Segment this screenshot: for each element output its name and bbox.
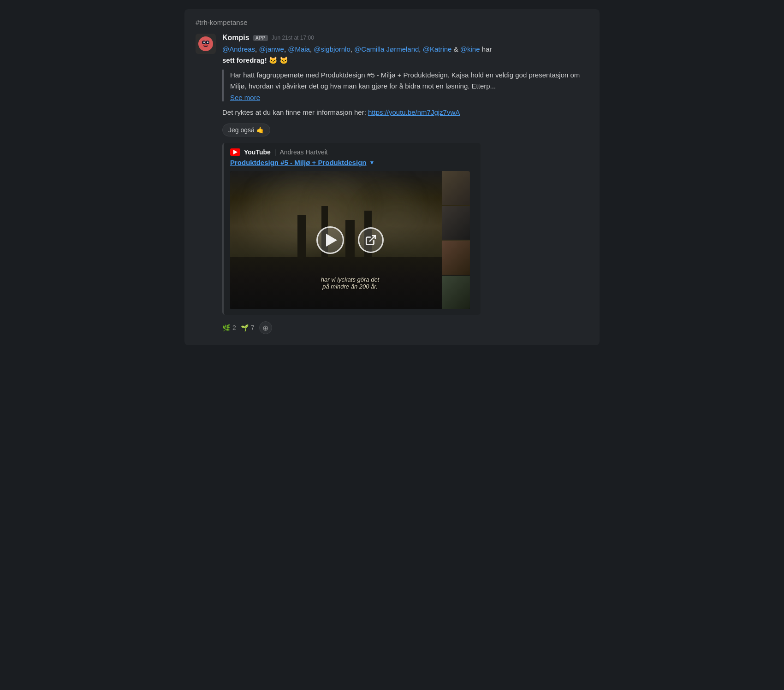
emoji-text: 🐱 🐱 [269, 56, 288, 64]
mention-sigbjornlo[interactable]: @sigbjornlo [314, 45, 350, 53]
add-reaction-button[interactable]: ⊕ [259, 321, 272, 334]
blockquote: Har hatt faggruppemøte med Produktdesign… [222, 70, 588, 101]
see-more-link[interactable]: See more [230, 94, 588, 101]
mention-katrine[interactable]: @Katrine [423, 45, 452, 53]
side-thumbnails [442, 171, 470, 309]
reaction-plant-emoji: 🌿 [222, 324, 230, 331]
sender-name: Kompis [222, 34, 249, 42]
youtube-icon [230, 148, 240, 156]
youtube-brand: YouTube [244, 148, 271, 156]
thumb-4 [442, 276, 470, 310]
youtube-title-link[interactable]: Produktdesign #5 - Miljø + Produktdesign [230, 159, 366, 166]
play-button[interactable] [316, 226, 344, 254]
add-reaction-icon: ⊕ [262, 324, 268, 332]
blockquote-text: Har hatt faggruppemøte med Produktdesign… [230, 70, 588, 92]
message-row: Kompis APP Jun 21st at 17:00 @Andreas, @… [196, 34, 588, 334]
reaction-seedling-count: 7 [251, 324, 255, 331]
app-badge: APP [253, 35, 268, 41]
info-text: Det ryktes at du kan finne mer informasj… [222, 107, 588, 118]
reaction-seedling-emoji: 🌱 [241, 324, 249, 331]
svg-point-4 [207, 41, 208, 43]
reactions-row: 🌿 2 🌱 7 ⊕ [222, 321, 588, 334]
reaction-plant-count: 2 [232, 324, 236, 331]
thumb-1 [442, 171, 470, 205]
reaction-seedling[interactable]: 🌱 7 [241, 323, 255, 332]
info-text-label: Det ryktes at du kan finne mer informasj… [222, 108, 366, 116]
mention-camilla[interactable]: @Camilla Jørmeland [354, 45, 419, 53]
play-icon [326, 234, 337, 247]
youtube-divider: | [274, 148, 276, 156]
chimney-1 [297, 215, 306, 257]
mention-janwe[interactable]: @janwe [259, 45, 284, 53]
svg-point-0 [198, 36, 213, 51]
video-subtitle: har vi lyckats göra detpå mindre än 200 … [321, 276, 379, 290]
chevron-down-icon[interactable]: ▼ [369, 159, 374, 166]
message-header: Kompis APP Jun 21st at 17:00 [222, 34, 588, 42]
timestamp: Jun 21st at 17:00 [272, 35, 314, 41]
mention-maia[interactable]: @Maia [288, 45, 310, 53]
jeg-ogsa-button[interactable]: Jeg også 🤙 [222, 124, 270, 136]
info-link[interactable]: https://youtu.be/nm7Jgjz7vwA [368, 108, 460, 116]
har-text: har [482, 45, 492, 53]
youtube-author: Andreas Hartveit [279, 148, 327, 156]
reaction-plant[interactable]: 🌿 2 [222, 323, 236, 332]
svg-line-6 [370, 236, 375, 241]
external-link-icon [365, 234, 377, 246]
thumb-2 [442, 206, 470, 240]
video-controls [316, 226, 384, 254]
thumb-3 [442, 241, 470, 275]
mention-kine[interactable]: @kine [460, 45, 480, 53]
avatar-icon [197, 35, 214, 52]
mentions-line: @Andreas, @janwe, @Maia, @sigbjornlo, @C… [222, 44, 588, 55]
video-thumbnail[interactable]: har vi lyckats göra detpå mindre än 200 … [230, 171, 470, 309]
youtube-title-row: Produktdesign #5 - Miljø + Produktdesign… [230, 159, 474, 166]
avatar [196, 34, 216, 54]
youtube-embed: YouTube | Andreas Hartveit Produktdesign… [222, 143, 481, 315]
main-text: sett foredrag! 🐱 🐱 [222, 55, 588, 66]
youtube-header: YouTube | Andreas Hartveit [230, 148, 474, 156]
channel-name: #trh-kompetanse [196, 18, 588, 26]
mention-andreas[interactable]: @Andreas [222, 45, 255, 53]
channel-container: #trh-kompetanse Kompis APP Jun 21st at 1… [184, 9, 600, 345]
bold-text: sett foredrag! [222, 56, 267, 64]
external-link-button[interactable] [358, 227, 384, 253]
message-content: Kompis APP Jun 21st at 17:00 @Andreas, @… [222, 34, 588, 334]
svg-point-3 [203, 41, 205, 43]
